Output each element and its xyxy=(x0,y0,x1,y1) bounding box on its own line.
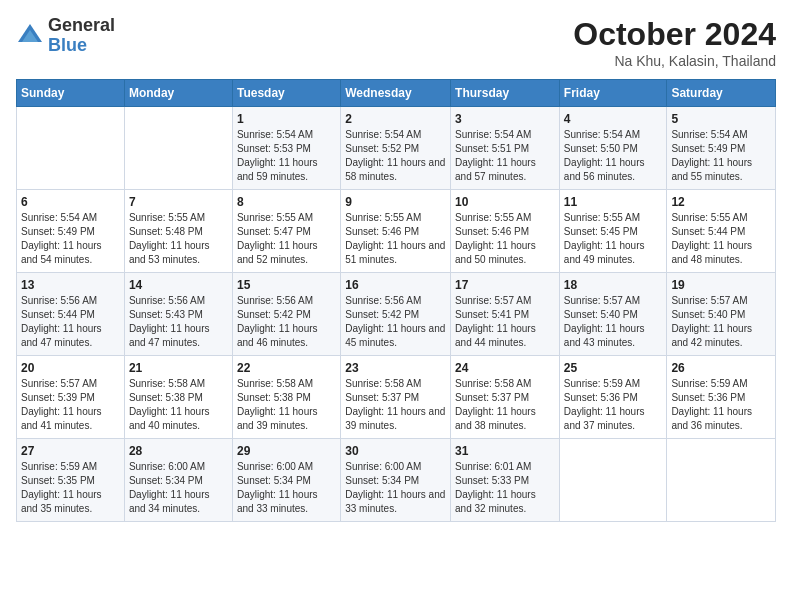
cell-2-1: 6Sunrise: 5:54 AM Sunset: 5:49 PM Daylig… xyxy=(17,190,125,273)
col-saturday: Saturday xyxy=(667,80,776,107)
week-row-1: 1Sunrise: 5:54 AM Sunset: 5:53 PM Daylig… xyxy=(17,107,776,190)
cell-5-7 xyxy=(667,439,776,522)
page-header: General Blue October 2024 Na Khu, Kalasi… xyxy=(16,16,776,69)
day-info: Sunrise: 5:58 AM Sunset: 5:37 PM Dayligh… xyxy=(455,377,555,433)
day-info: Sunrise: 5:56 AM Sunset: 5:42 PM Dayligh… xyxy=(237,294,336,350)
cell-4-4: 23Sunrise: 5:58 AM Sunset: 5:37 PM Dayli… xyxy=(341,356,451,439)
cell-3-2: 14Sunrise: 5:56 AM Sunset: 5:43 PM Dayli… xyxy=(124,273,232,356)
day-info: Sunrise: 5:58 AM Sunset: 5:37 PM Dayligh… xyxy=(345,377,446,433)
cell-4-5: 24Sunrise: 5:58 AM Sunset: 5:37 PM Dayli… xyxy=(451,356,560,439)
day-number: 16 xyxy=(345,278,446,292)
day-number: 18 xyxy=(564,278,663,292)
day-number: 29 xyxy=(237,444,336,458)
day-info: Sunrise: 5:57 AM Sunset: 5:40 PM Dayligh… xyxy=(564,294,663,350)
cell-3-3: 15Sunrise: 5:56 AM Sunset: 5:42 PM Dayli… xyxy=(232,273,340,356)
day-info: Sunrise: 5:58 AM Sunset: 5:38 PM Dayligh… xyxy=(129,377,228,433)
day-info: Sunrise: 5:54 AM Sunset: 5:49 PM Dayligh… xyxy=(671,128,771,184)
logo: General Blue xyxy=(16,16,115,56)
day-number: 25 xyxy=(564,361,663,375)
cell-1-3: 1Sunrise: 5:54 AM Sunset: 5:53 PM Daylig… xyxy=(232,107,340,190)
day-number: 6 xyxy=(21,195,120,209)
calendar-body: 1Sunrise: 5:54 AM Sunset: 5:53 PM Daylig… xyxy=(17,107,776,522)
week-row-4: 20Sunrise: 5:57 AM Sunset: 5:39 PM Dayli… xyxy=(17,356,776,439)
day-info: Sunrise: 5:59 AM Sunset: 5:36 PM Dayligh… xyxy=(564,377,663,433)
title-block: October 2024 Na Khu, Kalasin, Thailand xyxy=(573,16,776,69)
day-number: 4 xyxy=(564,112,663,126)
day-info: Sunrise: 5:55 AM Sunset: 5:45 PM Dayligh… xyxy=(564,211,663,267)
cell-1-4: 2Sunrise: 5:54 AM Sunset: 5:52 PM Daylig… xyxy=(341,107,451,190)
cell-5-3: 29Sunrise: 6:00 AM Sunset: 5:34 PM Dayli… xyxy=(232,439,340,522)
cell-4-6: 25Sunrise: 5:59 AM Sunset: 5:36 PM Dayli… xyxy=(559,356,667,439)
calendar-table: Sunday Monday Tuesday Wednesday Thursday… xyxy=(16,79,776,522)
day-number: 22 xyxy=(237,361,336,375)
day-info: Sunrise: 5:56 AM Sunset: 5:43 PM Dayligh… xyxy=(129,294,228,350)
day-number: 3 xyxy=(455,112,555,126)
day-info: Sunrise: 5:54 AM Sunset: 5:53 PM Dayligh… xyxy=(237,128,336,184)
day-info: Sunrise: 5:57 AM Sunset: 5:39 PM Dayligh… xyxy=(21,377,120,433)
day-info: Sunrise: 6:00 AM Sunset: 5:34 PM Dayligh… xyxy=(345,460,446,516)
cell-1-5: 3Sunrise: 5:54 AM Sunset: 5:51 PM Daylig… xyxy=(451,107,560,190)
col-sunday: Sunday xyxy=(17,80,125,107)
day-info: Sunrise: 5:57 AM Sunset: 5:40 PM Dayligh… xyxy=(671,294,771,350)
cell-5-4: 30Sunrise: 6:00 AM Sunset: 5:34 PM Dayli… xyxy=(341,439,451,522)
cell-2-2: 7Sunrise: 5:55 AM Sunset: 5:48 PM Daylig… xyxy=(124,190,232,273)
day-number: 1 xyxy=(237,112,336,126)
col-tuesday: Tuesday xyxy=(232,80,340,107)
cell-5-5: 31Sunrise: 6:01 AM Sunset: 5:33 PM Dayli… xyxy=(451,439,560,522)
col-monday: Monday xyxy=(124,80,232,107)
day-number: 21 xyxy=(129,361,228,375)
cell-2-3: 8Sunrise: 5:55 AM Sunset: 5:47 PM Daylig… xyxy=(232,190,340,273)
day-number: 8 xyxy=(237,195,336,209)
logo-blue: Blue xyxy=(48,36,115,56)
cell-1-1 xyxy=(17,107,125,190)
day-number: 10 xyxy=(455,195,555,209)
day-number: 26 xyxy=(671,361,771,375)
logo-icon xyxy=(16,22,44,50)
day-number: 14 xyxy=(129,278,228,292)
cell-3-6: 18Sunrise: 5:57 AM Sunset: 5:40 PM Dayli… xyxy=(559,273,667,356)
cell-3-5: 17Sunrise: 5:57 AM Sunset: 5:41 PM Dayli… xyxy=(451,273,560,356)
cell-2-7: 12Sunrise: 5:55 AM Sunset: 5:44 PM Dayli… xyxy=(667,190,776,273)
day-number: 20 xyxy=(21,361,120,375)
day-number: 27 xyxy=(21,444,120,458)
day-info: Sunrise: 5:54 AM Sunset: 5:49 PM Dayligh… xyxy=(21,211,120,267)
header-row: Sunday Monday Tuesday Wednesday Thursday… xyxy=(17,80,776,107)
day-number: 23 xyxy=(345,361,446,375)
day-number: 30 xyxy=(345,444,446,458)
day-info: Sunrise: 5:57 AM Sunset: 5:41 PM Dayligh… xyxy=(455,294,555,350)
cell-5-1: 27Sunrise: 5:59 AM Sunset: 5:35 PM Dayli… xyxy=(17,439,125,522)
day-number: 17 xyxy=(455,278,555,292)
day-number: 15 xyxy=(237,278,336,292)
week-row-2: 6Sunrise: 5:54 AM Sunset: 5:49 PM Daylig… xyxy=(17,190,776,273)
cell-4-3: 22Sunrise: 5:58 AM Sunset: 5:38 PM Dayli… xyxy=(232,356,340,439)
col-thursday: Thursday xyxy=(451,80,560,107)
cell-3-4: 16Sunrise: 5:56 AM Sunset: 5:42 PM Dayli… xyxy=(341,273,451,356)
day-info: Sunrise: 5:54 AM Sunset: 5:52 PM Dayligh… xyxy=(345,128,446,184)
day-info: Sunrise: 5:59 AM Sunset: 5:35 PM Dayligh… xyxy=(21,460,120,516)
calendar-header: Sunday Monday Tuesday Wednesday Thursday… xyxy=(17,80,776,107)
day-info: Sunrise: 5:55 AM Sunset: 5:46 PM Dayligh… xyxy=(345,211,446,267)
cell-2-5: 10Sunrise: 5:55 AM Sunset: 5:46 PM Dayli… xyxy=(451,190,560,273)
day-number: 31 xyxy=(455,444,555,458)
day-info: Sunrise: 6:00 AM Sunset: 5:34 PM Dayligh… xyxy=(129,460,228,516)
day-number: 2 xyxy=(345,112,446,126)
col-wednesday: Wednesday xyxy=(341,80,451,107)
day-info: Sunrise: 5:55 AM Sunset: 5:46 PM Dayligh… xyxy=(455,211,555,267)
cell-5-2: 28Sunrise: 6:00 AM Sunset: 5:34 PM Dayli… xyxy=(124,439,232,522)
day-info: Sunrise: 5:56 AM Sunset: 5:42 PM Dayligh… xyxy=(345,294,446,350)
week-row-3: 13Sunrise: 5:56 AM Sunset: 5:44 PM Dayli… xyxy=(17,273,776,356)
day-info: Sunrise: 5:54 AM Sunset: 5:51 PM Dayligh… xyxy=(455,128,555,184)
day-info: Sunrise: 5:55 AM Sunset: 5:44 PM Dayligh… xyxy=(671,211,771,267)
day-number: 9 xyxy=(345,195,446,209)
day-number: 19 xyxy=(671,278,771,292)
day-number: 28 xyxy=(129,444,228,458)
day-number: 11 xyxy=(564,195,663,209)
day-info: Sunrise: 5:55 AM Sunset: 5:48 PM Dayligh… xyxy=(129,211,228,267)
cell-5-6 xyxy=(559,439,667,522)
week-row-5: 27Sunrise: 5:59 AM Sunset: 5:35 PM Dayli… xyxy=(17,439,776,522)
day-number: 12 xyxy=(671,195,771,209)
day-info: Sunrise: 5:54 AM Sunset: 5:50 PM Dayligh… xyxy=(564,128,663,184)
logo-text: General Blue xyxy=(48,16,115,56)
logo-general: General xyxy=(48,16,115,36)
cell-3-7: 19Sunrise: 5:57 AM Sunset: 5:40 PM Dayli… xyxy=(667,273,776,356)
